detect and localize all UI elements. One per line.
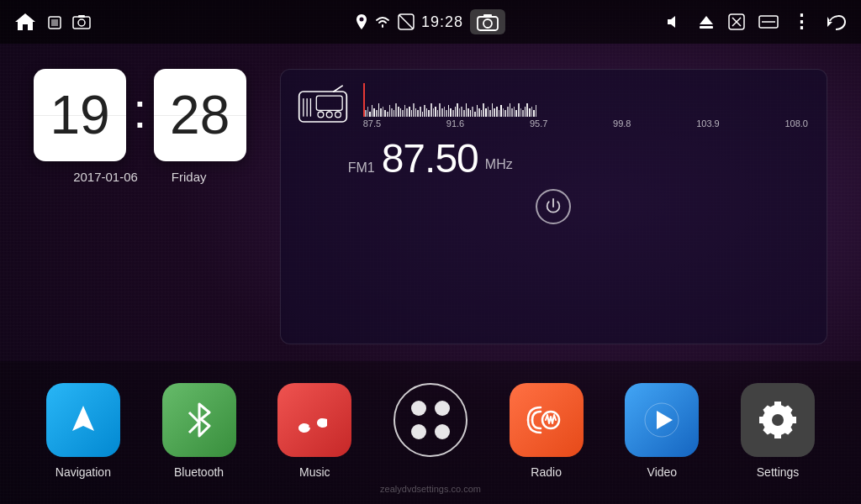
play-icon [642,401,681,439]
freq-bar [459,108,461,117]
watermark: zealydvdsettings.co.com [380,484,481,494]
svg-point-24 [326,112,332,118]
freq-bar [394,110,395,117]
freq-bar [467,108,469,117]
home-icon[interactable] [13,12,37,32]
freq-bar [450,108,452,117]
freq-bar [383,107,384,117]
radio-frequency: 87.50 [382,139,478,179]
freq-bar [420,107,421,117]
radio-icon[interactable] [510,383,584,457]
menu-icon[interactable]: ⋮ [792,11,811,33]
clock-date: 2017-01-06 Friday [73,170,206,184]
freq-bar [404,105,406,117]
clock-day-text: Friday [172,170,207,184]
freq-bar [365,110,367,117]
close-icon[interactable] [728,13,745,30]
svg-point-25 [335,112,341,118]
minimize-icon[interactable] [758,15,779,29]
radio-widget[interactable]: // bars inline - generated via JS below … [280,69,827,344]
freq-bar [496,107,498,117]
svg-rect-22 [316,96,342,110]
camera-button[interactable] [470,9,505,34]
radio-band: FM1 [348,160,375,176]
settings-icon[interactable] [741,383,815,457]
freq-bar [413,103,415,117]
music-icon[interactable] [277,383,351,457]
freq-bar [500,105,502,117]
radio-freq-display: // bars inline - generated via JS below … [362,83,810,129]
freq-label-6: 108.0 [784,118,808,129]
freq-label-1: 87.5 [363,118,381,129]
freq-bars: // bars inline - generated via JS below [362,83,810,117]
svg-rect-1 [51,19,58,26]
freq-bar [441,108,443,117]
freq-bar [448,105,450,117]
freq-bar [452,110,454,117]
app-item-radio[interactable]: Radio [510,383,584,479]
app-item-video[interactable]: Video [625,383,699,479]
freq-bar [533,110,535,117]
freq-bar [446,110,447,117]
freq-bar [518,103,520,117]
svg-line-18 [334,86,342,92]
freq-bar [492,103,494,117]
freq-bar [376,110,378,117]
freq-bar [439,103,441,117]
freq-bar [507,107,509,117]
wifi-icon [374,15,391,29]
clock-colon: : [133,86,147,136]
video-icon[interactable] [625,383,699,457]
svg-point-28 [772,414,784,426]
freq-bar [461,107,462,117]
svg-rect-2 [73,17,90,29]
svg-rect-4 [78,15,85,18]
freq-bar [395,103,397,117]
status-bar-center: 19:28 [356,9,505,34]
bluetooth-label: Bluetooth [174,465,224,479]
freq-bar [428,110,430,117]
app-item-navigation[interactable]: Navigation [46,383,120,479]
app-item-settings[interactable]: Settings [741,383,815,479]
sim-icon [47,13,62,30]
freq-bar [470,110,472,117]
navigation-icon[interactable] [46,383,120,457]
app-item-apps[interactable]: apps [394,383,467,479]
freq-bar [444,107,446,117]
freq-bar [489,110,491,117]
freq-bar [488,107,489,117]
freq-bar [520,108,522,117]
radio-main-freq: FM1 87.50 MHz [298,139,810,179]
freq-bar [531,107,533,117]
power-button[interactable] [536,189,571,224]
freq-bar [499,110,500,117]
status-bar: 19:28 [0,0,861,44]
freq-bar [510,103,511,117]
radio-unit: MHz [485,157,513,172]
freq-bar [483,103,484,117]
freq-bar [529,108,531,117]
volume-icon[interactable] [666,14,684,29]
status-bar-left [13,12,666,32]
freq-bar [536,105,537,117]
clock-hours: 19 [50,88,109,142]
dot-3 [411,424,426,439]
app-item-music[interactable]: Music [277,383,351,479]
freq-bar [373,108,375,117]
bluetooth-icon[interactable] [162,383,236,457]
svg-point-5 [359,18,363,22]
freq-bar [406,108,408,117]
app-item-bluetooth[interactable]: Bluetooth [162,383,236,479]
freq-bar [504,110,506,117]
back-icon[interactable] [824,12,848,32]
apps-icon[interactable] [394,383,467,457]
clock-digits: 19 : 28 [34,69,246,161]
freq-bar [430,103,432,117]
dot-1 [411,401,426,416]
main-content: 19 : 28 2017-01-06 Friday [0,44,861,361]
freq-bar [398,107,399,117]
status-bar-right: ⋮ [666,11,848,33]
freq-bar [472,107,473,117]
svg-point-9 [483,19,492,28]
eject-icon[interactable] [698,13,715,30]
